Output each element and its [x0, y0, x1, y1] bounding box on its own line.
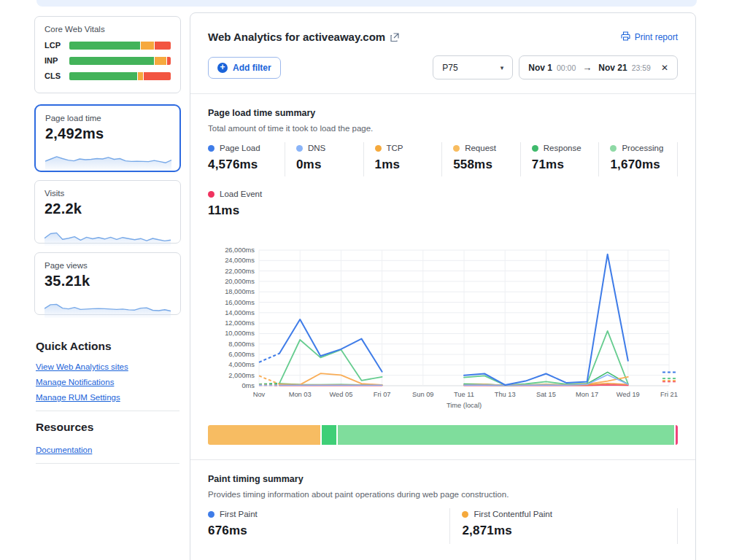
- section-subtitle: Total amount of time it took to load the…: [208, 124, 678, 133]
- page-load-summary-section: Page load time summary Total amount of t…: [190, 94, 695, 459]
- cwv-label: LCP: [45, 41, 63, 50]
- date-range-picker[interactable]: Nov 1 00:00 → Nov 21 23:59 ✕: [519, 55, 678, 79]
- core-web-vitals-title: Core Web Vitals: [45, 25, 171, 34]
- panel-header: Web Analytics for activeaway.com Print r…: [190, 13, 695, 93]
- y-axis-label: 26,000ms: [225, 246, 255, 254]
- metric-label: First Paint: [220, 510, 258, 518]
- metric-processing: Processing1,670ms: [599, 142, 678, 176]
- breakdown-segment-request: [208, 425, 320, 445]
- divider: [36, 463, 179, 464]
- quick-actions-links: View Web Analytics sitesManage Notificat…: [36, 362, 179, 402]
- core-web-vitals-card[interactable]: Core Web Vitals LCPINPCLS: [34, 16, 181, 93]
- metric-label: Processing: [622, 144, 663, 152]
- printer-icon: [621, 31, 630, 43]
- metric-card-value: 2,492ms: [45, 125, 170, 142]
- link-documentation[interactable]: Documentation: [36, 446, 179, 454]
- x-axis-label: Sat 15: [536, 391, 556, 398]
- y-axis-label: 0ms: [241, 382, 255, 389]
- link-manage-rum-settings[interactable]: Manage RUM Settings: [36, 393, 179, 402]
- section-subtitle: Provides timing information about paint …: [208, 490, 678, 499]
- cwv-segment-poor: [144, 72, 171, 80]
- y-axis-label: 12,000ms: [225, 319, 255, 327]
- metric-value: 0ms: [296, 158, 356, 172]
- x-axis-title: Time (local): [447, 402, 482, 409]
- metric-card-visits[interactable]: Visits 22.2k: [34, 180, 181, 244]
- cwv-row-cls: CLS: [45, 71, 171, 80]
- x-axis-label: Wed 19: [617, 391, 640, 398]
- breakdown-segment-load-event: [676, 425, 678, 445]
- metric-label: Load Event: [220, 190, 262, 198]
- print-report-button[interactable]: Print report: [621, 31, 678, 43]
- cwv-label: INP: [45, 56, 63, 65]
- percentile-value: P75: [442, 63, 457, 73]
- metric-value: 1ms: [375, 158, 435, 172]
- metric-label: DNS: [308, 144, 325, 152]
- metric-load-event: Load Event11ms: [208, 188, 310, 222]
- breakdown-segment-response: [322, 425, 336, 445]
- metric-label: TCP: [387, 144, 403, 152]
- legend-dot: [208, 145, 215, 152]
- metric-card-label: Visits: [45, 189, 171, 198]
- external-link-icon[interactable]: [390, 33, 399, 42]
- x-axis-label: Thu 13: [495, 391, 516, 398]
- legend-dot: [208, 191, 215, 198]
- cwv-segment-poor: [167, 57, 171, 65]
- web-analytics-panel: Web Analytics for activeaway.com Print r…: [190, 12, 696, 560]
- link-view-web-analytics-sites[interactable]: View Web Analytics sites: [36, 362, 179, 371]
- timeseries-chart: 0ms2,000ms4,000ms6,000ms8,000ms10,000ms1…: [208, 243, 679, 412]
- y-axis-label: 18,000ms: [225, 288, 255, 295]
- x-axis-label: Nov: [253, 391, 266, 398]
- legend-dot: [462, 511, 468, 518]
- y-axis-label: 10,000ms: [225, 330, 255, 337]
- link-manage-notifications[interactable]: Manage Notifications: [36, 378, 179, 386]
- paint-timing-section: Paint timing summary Provides timing inf…: [190, 460, 695, 559]
- y-axis-label: 2,000ms: [228, 372, 255, 379]
- x-axis-label: Sun 09: [412, 391, 433, 398]
- metric-tcp: TCP1ms: [364, 142, 443, 176]
- metric-response: Response71ms: [521, 142, 600, 176]
- metric-request: Request558ms: [442, 142, 521, 176]
- y-axis-label: 6,000ms: [228, 351, 255, 358]
- cwv-row-lcp: LCP: [45, 41, 171, 50]
- x-axis-label: Mon 03: [289, 391, 312, 398]
- y-axis-label: 8,000ms: [228, 341, 255, 348]
- section-title: Paint timing summary: [208, 474, 678, 484]
- metric-card-page-load-time[interactable]: Page load time 2,492ms: [34, 104, 181, 172]
- cwv-segment-needs-improvement: [155, 57, 166, 65]
- percentile-select[interactable]: P75 ▾: [433, 55, 513, 79]
- sparkline-visits: [45, 221, 171, 246]
- y-axis-label: 24,000ms: [225, 257, 255, 264]
- metric-value: 4,576ms: [208, 158, 277, 172]
- x-axis-label: Fri 21: [660, 391, 678, 398]
- metric-value: 558ms: [453, 158, 513, 172]
- range-start-time: 00:00: [557, 63, 576, 72]
- close-icon[interactable]: ✕: [661, 63, 668, 73]
- add-filter-button[interactable]: + Add filter: [208, 57, 281, 79]
- sidebar: Core Web Vitals LCPINPCLS Page load time…: [34, 0, 181, 560]
- x-axis-label: Wed 05: [329, 391, 352, 398]
- metric-card-label: Page views: [45, 261, 171, 270]
- legend-dot: [532, 145, 538, 152]
- cwv-segment-good: [69, 72, 137, 80]
- resources-links: Documentation: [36, 446, 179, 454]
- metric-card-page-views[interactable]: Page views 35.21k: [34, 252, 181, 315]
- legend-dot: [375, 145, 382, 152]
- legend-dot: [453, 145, 460, 152]
- section-title: Page load time summary: [208, 108, 678, 118]
- cwv-segment-poor: [155, 42, 171, 50]
- x-axis-label: Fri 07: [374, 391, 391, 398]
- caret-down-icon: ▾: [501, 64, 504, 71]
- plus-icon: +: [217, 63, 228, 73]
- metric-value: 676ms: [208, 524, 442, 538]
- page-title-text: Web Analytics for activeaway.com: [208, 31, 385, 43]
- cwv-bar: [69, 57, 171, 65]
- metric-value: 2,871ms: [462, 524, 670, 538]
- load-metrics-row-1: Page Load4,576msDNS0msTCP1msRequest558ms…: [208, 142, 678, 176]
- core-web-vitals-rows: LCPINPCLS: [45, 41, 171, 80]
- divider: [36, 411, 179, 411]
- metric-label: First Contentful Paint: [474, 510, 552, 518]
- print-report-label: Print report: [635, 32, 678, 42]
- breakdown-segment-processing: [338, 425, 674, 445]
- y-axis-label: 14,000ms: [225, 309, 255, 316]
- metric-first-paint: First Paint676ms: [208, 508, 450, 544]
